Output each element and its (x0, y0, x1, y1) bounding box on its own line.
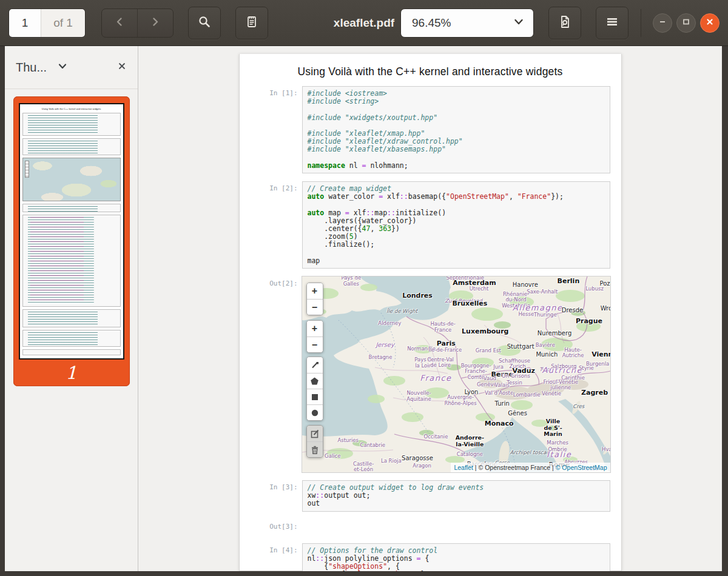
thumbnails-sidebar: Thu... Using Voilà with the C++ kernel a… (5, 46, 138, 571)
code-input: // Create output widget to log draw even… (302, 480, 610, 512)
note-icon (244, 15, 259, 32)
minimize-icon (658, 17, 667, 29)
document-view[interactable]: Using Voilà with the C++ kernel and inte… (138, 46, 722, 571)
map-output-cell: Out[2]: (240, 276, 621, 472)
search-icon (197, 15, 212, 32)
openstreetmap-link[interactable]: © OpenStreetMap (556, 464, 607, 471)
zoom-out-button[interactable]: − (307, 337, 323, 352)
thumbnail-mini-cell (22, 138, 121, 155)
page-nav-group (101, 8, 174, 38)
sidebar-close-icon[interactable] (117, 61, 127, 73)
cell-prompt: Out[3]: (240, 520, 302, 535)
thumbnail-page-preview: Using Voilà with the C++ kernel and inte… (19, 103, 124, 360)
cell-prompt: In [3]: (240, 480, 302, 512)
zoom-in-button[interactable]: + (307, 321, 323, 337)
map-controls: + − + − (306, 283, 323, 458)
code-input: // Options for the draw controlnl::json … (302, 543, 610, 571)
zoom-in-button[interactable]: + (307, 283, 323, 299)
thumbnail-mini-cell (22, 204, 121, 212)
close-button[interactable] (700, 13, 720, 33)
thumbnail-mini-cell (22, 349, 121, 355)
page-number-widget: 1 of 1 (8, 8, 86, 38)
draw-circle-button[interactable] (307, 404, 323, 420)
document-properties-button[interactable] (548, 7, 581, 39)
zoom-level-dropdown[interactable]: 96.45% (400, 8, 534, 38)
thumbnail-page-number: 1 (13, 360, 130, 386)
close-icon (705, 17, 715, 29)
code-cell-1: In [1]: #include <iostream>#include <str… (240, 86, 621, 173)
thumbnails-list: Using Voilà with the C++ kernel and inte… (5, 89, 138, 571)
sidebar-mode-label[interactable]: Thu... (16, 61, 47, 75)
leaflet-map[interactable]: Pays de GallesSeptentrionaleAmsterdamHan… (302, 276, 610, 472)
sidebar-mode-chevron-icon[interactable] (56, 60, 69, 75)
cell-prompt: In [2]: (240, 181, 302, 269)
notebook-title: Using Voilà with the C++ kernel and inte… (240, 65, 621, 78)
next-page-button[interactable] (137, 9, 173, 37)
thumbnail-page-1[interactable]: Using Voilà with the C++ kernel and inte… (13, 96, 130, 386)
map-terrain (302, 276, 610, 472)
code-cell-4: In [4]: // Options for the draw controln… (240, 543, 621, 571)
thumbnail-mini-cell (22, 113, 121, 136)
minimize-button[interactable] (653, 13, 672, 33)
draw-polyline-button[interactable] (307, 357, 323, 373)
map-attribution: Leaflet | © Openstreetmap France | © Ope… (451, 463, 610, 472)
pdf-page: Using Voilà with the C++ kernel and inte… (239, 54, 622, 571)
empty-output-cell: Out[3]: (240, 520, 621, 535)
header-bar: 1 of 1 xleaflet.pdf 96.45% (0, 0, 728, 46)
menu-button[interactable] (596, 7, 629, 39)
cell-prompt: Out[2]: (240, 276, 302, 472)
code-cell-2: In [2]: // Create map widgetauto water_c… (240, 181, 621, 269)
thumbnail-mini-cell (22, 309, 121, 327)
toolbar-separator (641, 9, 641, 37)
main-content: Thu... Using Voilà with the C++ kernel a… (0, 46, 728, 576)
chevron-left-icon (113, 15, 126, 31)
leaflet-link[interactable]: Leaflet (454, 464, 473, 471)
zoom-control: + − (306, 283, 323, 315)
search-button[interactable] (188, 7, 221, 39)
previous-page-button[interactable] (102, 9, 137, 37)
annotations-button[interactable] (235, 7, 268, 39)
attribution-separator: | (552, 464, 554, 471)
cell-prompt: In [1]: (240, 86, 302, 173)
delete-layers-button[interactable] (307, 441, 323, 457)
sidebar-header: Thu... (5, 46, 138, 89)
thumbnail-mini-map (22, 158, 121, 201)
chevron-right-icon (149, 15, 162, 31)
code-cell-3: In [3]: // Create output widget to log d… (240, 480, 621, 512)
document-magnifier-icon (558, 15, 572, 32)
osm-france-credit: © Openstreetmap France (479, 464, 551, 471)
page-total-label: of 1 (41, 9, 85, 37)
maximize-button[interactable] (676, 13, 696, 33)
chevron-down-icon (513, 16, 525, 30)
edit-layers-button[interactable] (307, 426, 323, 441)
page-number-input[interactable]: 1 (9, 9, 41, 37)
thumbnail-mini-cell (22, 330, 121, 347)
draw-polygon-button[interactable] (307, 373, 323, 389)
draw-rectangle-button[interactable] (307, 389, 323, 404)
maximize-icon (681, 17, 691, 29)
zoom-level-value: 96.45% (412, 16, 497, 30)
pdf-viewer-window: 1 of 1 xleaflet.pdf 96.45% (0, 0, 728, 576)
zoom-out-button[interactable]: − (307, 299, 323, 315)
edit-toolbar (306, 425, 323, 458)
code-input: #include <iostream>#include <string> #in… (302, 86, 610, 173)
cell-prompt: In [4]: (240, 543, 302, 571)
thumbnail-mini-cell (22, 215, 121, 307)
attribution-separator: | (475, 464, 477, 471)
thumbnail-mini-title: Using Voilà with the C++ kernel and inte… (22, 107, 121, 110)
code-input: // Create map widgetauto water_color = x… (302, 181, 610, 269)
zoom-control-2: + − (306, 320, 323, 353)
hamburger-icon (605, 15, 619, 32)
draw-toolbar (306, 357, 323, 421)
